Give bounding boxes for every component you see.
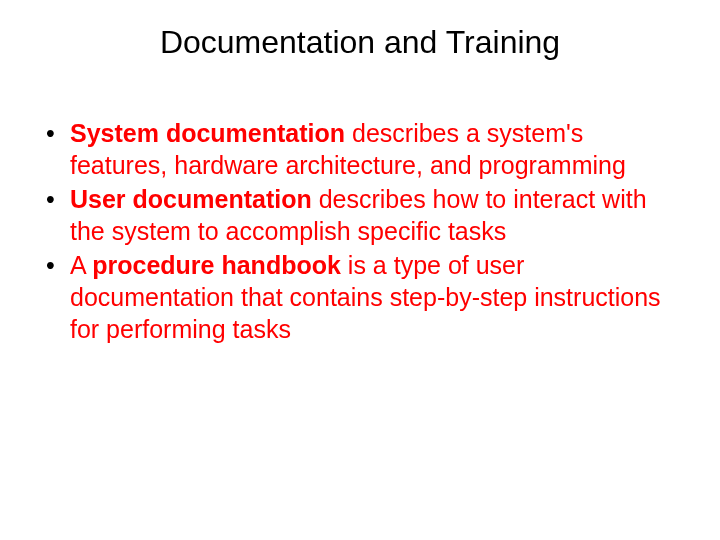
bullet-term: System documentation (70, 119, 345, 147)
bullet-term: procedure handbook (92, 251, 341, 279)
bullet-list: System documentation describes a system'… (36, 117, 684, 345)
slide-container: Documentation and Training System docume… (0, 0, 720, 371)
bullet-prefix: A (70, 251, 92, 279)
bullet-item: A procedure handbook is a type of user d… (36, 249, 684, 345)
slide-title: Documentation and Training (36, 24, 684, 61)
bullet-item: User documentation describes how to inte… (36, 183, 684, 247)
bullet-item: System documentation describes a system'… (36, 117, 684, 181)
bullet-term: User documentation (70, 185, 312, 213)
